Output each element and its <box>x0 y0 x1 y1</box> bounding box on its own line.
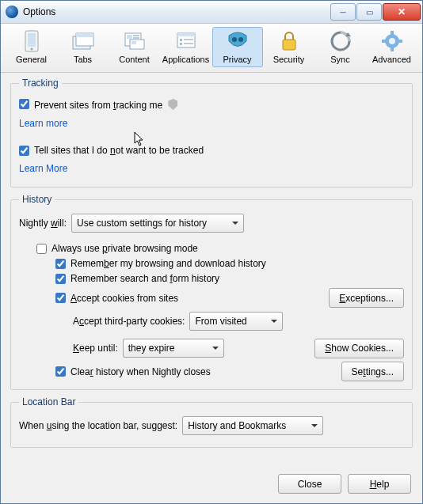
svg-rect-8 <box>133 35 139 36</box>
remember-browsing-checkbox[interactable] <box>55 259 66 269</box>
svg-rect-14 <box>180 39 182 41</box>
location-bar-legend: Location Bar <box>19 396 78 407</box>
svg-rect-5 <box>76 33 93 37</box>
remember-form-label: Remember search and form history <box>70 273 219 284</box>
tab-advanced[interactable]: Advanced <box>367 27 417 67</box>
keep-until-select[interactable]: they expire <box>123 339 224 358</box>
tab-sync[interactable]: Sync <box>315 27 366 67</box>
window-close-button[interactable]: ✕ <box>383 3 421 21</box>
svg-rect-9 <box>133 37 139 39</box>
tracking-legend: Tracking <box>19 78 62 89</box>
maximize-button[interactable]: ▭ <box>356 3 382 21</box>
tracking-learn-more-link-1[interactable]: Learn more <box>19 118 67 129</box>
svg-rect-13 <box>177 33 195 36</box>
tab-privacy[interactable]: Privacy <box>212 27 263 67</box>
svg-rect-26 <box>391 47 394 51</box>
dnt-checkbox[interactable] <box>19 146 29 156</box>
location-bar-suggest-select[interactable]: History and Bookmarks <box>182 416 323 435</box>
accept-cookies-label: Accept cookies from sites <box>70 293 178 304</box>
tab-applications[interactable]: Applications <box>161 27 212 67</box>
tab-security[interactable]: Security <box>264 27 314 67</box>
accept-cookies-checkbox[interactable] <box>55 293 66 303</box>
history-legend: History <box>19 194 55 205</box>
options-body: Tracking Prevent sites from tracking me … <box>1 73 422 466</box>
history-mode-select[interactable]: Use custom settings for history <box>71 214 244 233</box>
svg-rect-15 <box>180 43 182 45</box>
content-icon <box>124 30 146 52</box>
svg-rect-17 <box>184 43 193 44</box>
third-party-label: Accept third-party cookies: <box>73 316 185 327</box>
history-group: History Nightly will: Use custom setting… <box>10 194 413 390</box>
applications-icon <box>175 30 197 52</box>
prevent-tracking-label: Prevent sites from tracking me <box>34 97 177 111</box>
shield-icon <box>168 99 177 110</box>
prevent-tracking-checkbox[interactable] <box>19 99 29 109</box>
nightly-will-label: Nightly will: <box>19 218 67 229</box>
dnt-label: Tell sites that I do not want to be trac… <box>34 145 204 156</box>
tabs-icon <box>72 30 94 52</box>
svg-rect-7 <box>127 35 132 39</box>
titlebar: Options ─ ▭ ✕ <box>1 1 422 24</box>
svg-rect-25 <box>391 31 394 35</box>
tracking-learn-more-link-2[interactable]: Learn More <box>19 163 67 174</box>
svg-point-24 <box>389 38 395 44</box>
svg-rect-1 <box>28 33 36 47</box>
window-title: Options <box>23 6 330 17</box>
sync-icon <box>330 30 352 52</box>
category-toolbar: General Tabs Content Applications Privac… <box>1 24 422 73</box>
tracking-group: Tracking Prevent sites from tracking me … <box>10 78 413 188</box>
keep-until-label: Keep until: <box>73 343 118 354</box>
svg-point-19 <box>238 37 243 42</box>
general-icon <box>21 30 43 52</box>
dialog-footer: Close Help <box>1 466 422 503</box>
svg-rect-20 <box>283 40 295 50</box>
close-button[interactable]: Close <box>278 474 341 494</box>
svg-point-18 <box>232 37 237 42</box>
location-bar-suggest-label: When using the location bar, suggest: <box>19 420 177 431</box>
third-party-cookies-select[interactable]: From visited <box>189 312 283 331</box>
advanced-gear-icon <box>381 30 403 52</box>
clear-on-close-label: Clear history when Nightly closes <box>70 366 211 377</box>
svg-point-2 <box>30 48 32 51</box>
tab-general[interactable]: General <box>6 27 57 67</box>
clear-settings-button[interactable]: Settings... <box>341 362 404 381</box>
svg-rect-27 <box>382 40 386 43</box>
minimize-button[interactable]: ─ <box>330 3 356 21</box>
clear-on-close-checkbox[interactable] <box>55 366 66 377</box>
tab-tabs[interactable]: Tabs <box>58 27 109 67</box>
always-private-label: Always use private browsing mode <box>51 243 198 254</box>
security-lock-icon <box>278 30 300 52</box>
tab-content[interactable]: Content <box>109 27 160 67</box>
svg-rect-16 <box>184 39 193 40</box>
remember-form-checkbox[interactable] <box>55 274 66 284</box>
location-bar-group: Location Bar When using the location bar… <box>10 396 413 448</box>
svg-rect-28 <box>398 40 402 43</box>
always-private-checkbox[interactable] <box>36 244 47 254</box>
svg-rect-11 <box>131 41 136 44</box>
remember-browsing-label: Remember my browsing and download histor… <box>70 258 266 269</box>
privacy-mask-icon <box>227 30 249 52</box>
help-button[interactable]: Help <box>348 474 411 494</box>
cookie-exceptions-button[interactable]: Exceptions... <box>329 288 404 308</box>
app-icon <box>6 6 18 18</box>
show-cookies-button[interactable]: Show Cookies... <box>314 339 404 358</box>
